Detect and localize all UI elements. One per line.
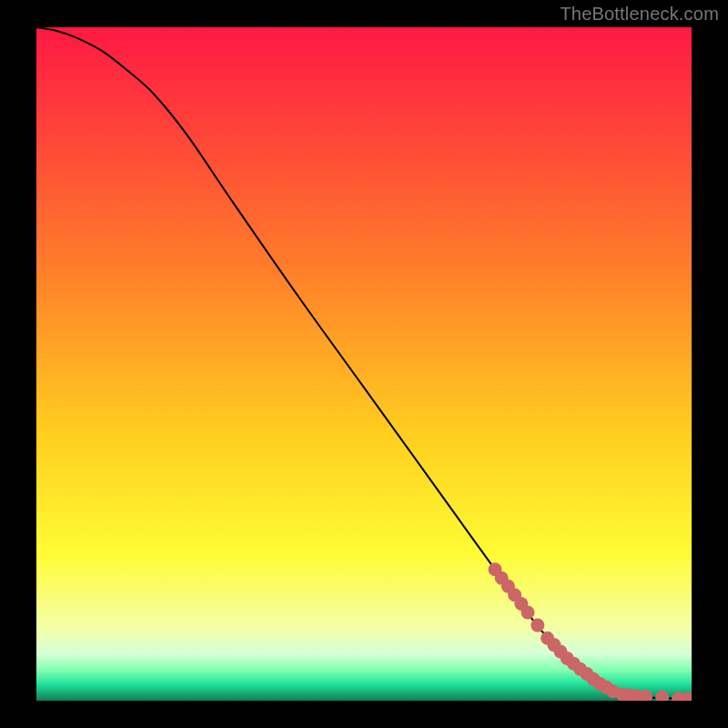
marker-point <box>531 619 544 632</box>
plot-area <box>36 27 692 701</box>
watermark-label: TheBottleneck.com <box>560 4 719 25</box>
chart-stage: TheBottleneck.com <box>0 0 728 728</box>
chart-svg <box>36 27 692 701</box>
gradient-background <box>36 27 692 701</box>
marker-point <box>521 606 535 620</box>
